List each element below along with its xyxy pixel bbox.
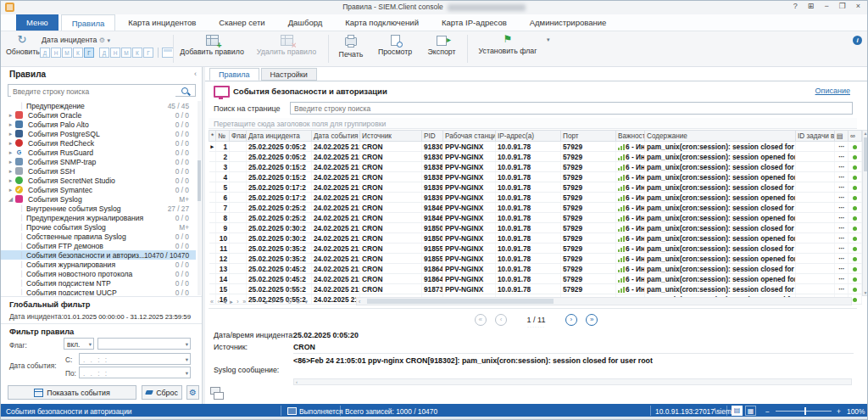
nav-last-icon[interactable]: » (242, 299, 246, 305)
chevron-down-icon[interactable]: ▾ (107, 37, 110, 43)
view-toggle-grid-icon[interactable]: ▦ (745, 406, 756, 416)
menu-tab-6[interactable]: Карта IP-адресов (431, 14, 517, 31)
tree-item-13[interactable]: │Прочие события SyslogM+ (1, 222, 196, 232)
table-row-10[interactable]: 1025.02.2025 0:30:224.02.2025 21:30:CRON… (209, 233, 862, 244)
cascade-windows-icon[interactable] (210, 387, 225, 400)
table-row-3[interactable]: 325.02.2025 0:15:224.02.2025 21:15:CRON9… (209, 162, 862, 172)
filter-settings-button[interactable]: ⚙ (186, 385, 199, 400)
splitter-handle[interactable]: ······· (205, 324, 867, 329)
tree-scrollbar[interactable] (198, 101, 201, 295)
tree-item-1[interactable]: ▸События Oracle0 / 0 (1, 110, 196, 120)
page-search-input[interactable] (290, 102, 853, 115)
scroll-down-icon[interactable]: ▼ (863, 290, 868, 295)
column-header-12[interactable]: ID задачи в ТМ (796, 131, 835, 142)
nav-refresh-icon[interactable]: ↻ (287, 299, 292, 305)
tree-item-16[interactable]: │События безопасности и авториз...10470 … (1, 250, 196, 260)
nav-next-icon[interactable]: ▸ (230, 299, 233, 305)
tree-item-20[interactable]: │События подсистем UUCP0 / 0 (1, 288, 196, 295)
menu-tab-7[interactable]: Администрирование (520, 14, 617, 31)
nav-prev-icon[interactable]: ◂ (223, 299, 226, 305)
description-link[interactable]: Описание (815, 87, 850, 95)
calendar-icon[interactable] (162, 48, 174, 58)
table-row-13[interactable]: 1325.02.2025 0:45:224.02.2025 21:45:CRON… (209, 264, 862, 274)
menu-tab-2[interactable]: Карта инцидентов (118, 14, 206, 31)
table-row-8[interactable]: 825.02.2025 0:25:224.02.2025 21:25:CRON9… (209, 213, 862, 223)
menu-tab-0[interactable]: Меню (16, 14, 58, 31)
set-flag-button[interactable]: ⚑ Установить флаг (472, 34, 543, 55)
column-header-2[interactable]: Флаг (230, 131, 247, 142)
gear-icon[interactable]: ⚙ (99, 36, 105, 44)
tree-item-14[interactable]: │Собственные правила Syslog0 / 0 (1, 232, 196, 241)
period-button-6[interactable]: Н (110, 48, 120, 58)
table-row-15[interactable]: 1525.02.2025 0:55:224.02.2025 21:55:CRON… (209, 284, 862, 294)
tree-item-10[interactable]: ◢События SyslogM+ (1, 194, 196, 204)
expander-open-icon[interactable]: ◢ (6, 196, 15, 203)
preview-button[interactable]: Просмотр (372, 34, 418, 56)
pin-button[interactable]: ⊞ (808, 2, 815, 10)
tree-item-0[interactable]: │Предупреждение45 / 45 (1, 101, 196, 110)
tree-item-17[interactable]: │События журналирования0 / 0 (1, 260, 196, 269)
nav-edit-icon[interactable]: ▴ (264, 299, 268, 305)
tree-item-3[interactable]: ▸События PostgreSQL0 / 0 (1, 129, 196, 138)
column-header-10[interactable]: Важность (616, 131, 645, 142)
scroll-up-icon[interactable]: ▲ (863, 131, 868, 136)
table-horizontal-scrollbar[interactable]: ‹ (356, 297, 852, 305)
flag-filter-select[interactable]: ▾ (97, 338, 191, 350)
expander-closed-icon[interactable]: ▸ (6, 168, 15, 175)
table-vertical-scrollbar[interactable]: ▲ ▼ (862, 130, 868, 296)
search-icon[interactable] (181, 87, 188, 94)
comment-column-icon[interactable]: ▤ (835, 131, 849, 142)
zoom-out-button[interactable]: − (765, 407, 770, 416)
column-header-5[interactable]: Источник (360, 131, 422, 142)
tree-item-7[interactable]: ▸События SSH0 / 0 (1, 166, 196, 176)
column-header-6[interactable]: PID (422, 131, 443, 142)
nav-cancel-icon[interactable]: × (280, 299, 283, 305)
menu-tab-1[interactable]: Правила (61, 14, 116, 31)
nav-delete-icon[interactable]: − (257, 299, 260, 305)
period-button-5[interactable]: Д (99, 48, 109, 58)
tab-settings[interactable]: Настройки (261, 68, 317, 81)
period-button-1[interactable]: Н (51, 48, 61, 58)
table-row-4[interactable]: 425.02.2025 0:15:224.02.2025 21:15:CRON9… (209, 172, 862, 182)
restore-button[interactable]: ❐ (839, 2, 846, 10)
group-by-bar[interactable]: Перетащите сюда заголовок поля для групп… (209, 118, 857, 129)
tree-item-15[interactable]: │События FTP демонов0 / 0 (1, 241, 196, 250)
column-header-7[interactable]: Рабочая станция (443, 131, 496, 142)
table-row-2[interactable]: 225.02.2025 0:05:224.02.2025 21:05:CRON9… (209, 152, 862, 162)
menu-tab-3[interactable]: Сканер сети (209, 14, 275, 31)
column-header-8[interactable]: IP-адрес(а) (496, 131, 561, 142)
tree-item-2[interactable]: ▸События Palo Alto0 / 0 (1, 120, 196, 129)
tree-item-5[interactable]: ▸GСобытия RusGuard0 / 0 (1, 148, 196, 157)
column-header-4[interactable]: Дата события (312, 131, 360, 142)
period-button-8[interactable]: К (132, 48, 142, 58)
detail-horizontal-scrollbar[interactable]: ‹ (293, 378, 852, 385)
expander-closed-icon[interactable]: ▸ (6, 121, 15, 128)
tree-item-9[interactable]: ▸✓События Symantec0 / 0 (1, 185, 196, 194)
table-row-11[interactable]: 1125.02.2025 0:35:224.02.2025 21:35:CRON… (209, 244, 862, 254)
period-button-2[interactable]: М (62, 48, 72, 58)
table-row-7[interactable]: 725.02.2025 0:25:224.02.2025 21:25:CRON9… (209, 203, 862, 213)
sidebar-collapse-button[interactable]: ‹ (194, 70, 197, 78)
period-button-0[interactable]: Д (40, 48, 50, 58)
period-button-7[interactable]: М (121, 48, 131, 58)
minimize-button[interactable]: − (824, 2, 828, 10)
nav-bookmark-icon[interactable]: ∗ (296, 299, 301, 305)
refresh-button[interactable]: ↻ Обновить (6, 34, 38, 56)
view-toggle-list-icon[interactable]: ▤ (732, 406, 743, 416)
table-row-6[interactable]: 625.02.2025 0:17:224.02.2025 21:17:CRON9… (209, 193, 862, 203)
expander-closed-icon[interactable]: ▸ (6, 177, 15, 184)
sidebar-search-input[interactable] (11, 86, 175, 97)
nav-post-icon[interactable]: ✓ (271, 299, 276, 305)
column-header-3[interactable]: Дата инцидента (247, 131, 312, 142)
close-button[interactable]: × (856, 2, 860, 10)
table-row-14[interactable]: 1425.02.2025 0:45:224.02.2025 21:45:CRON… (209, 274, 862, 284)
flag-dropdown-icon[interactable]: ▾ (547, 36, 550, 43)
add-rule-button[interactable]: + Добавить правило (175, 34, 248, 56)
table-row-9[interactable]: 925.02.2025 0:30:224.02.2025 21:30:CRON9… (209, 223, 862, 233)
tree-item-6[interactable]: ▸События SNMP-trap0 / 0 (1, 157, 196, 166)
print-button[interactable]: Печать (333, 34, 369, 59)
event-date-from-input[interactable]: . . : :▾ (79, 353, 191, 365)
menu-tab-4[interactable]: Дашборд (278, 14, 333, 31)
nav-insert-icon[interactable]: + (250, 299, 253, 305)
expander-closed-icon[interactable]: ▸ (6, 159, 15, 165)
